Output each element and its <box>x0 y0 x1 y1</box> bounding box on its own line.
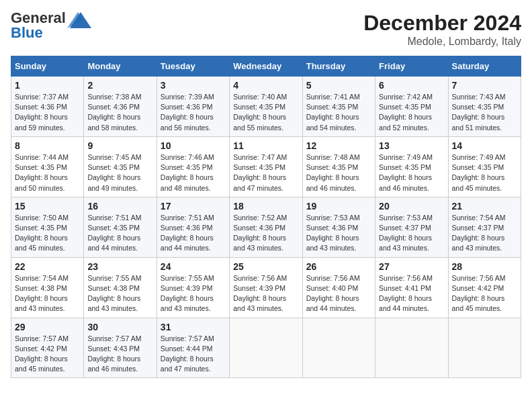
calendar-cell: 18Sunrise: 7:52 AMSunset: 4:36 PMDayligh… <box>230 197 302 257</box>
logo-icon <box>67 9 91 30</box>
calendar-week-row: 29Sunrise: 7:57 AMSunset: 4:42 PMDayligh… <box>11 318 521 378</box>
calendar-cell: 8Sunrise: 7:44 AMSunset: 4:35 PMDaylight… <box>11 136 84 197</box>
day-detail: Sunrise: 7:38 AMSunset: 4:36 PMDaylight:… <box>87 93 141 132</box>
day-number: 1 <box>15 80 80 91</box>
day-number: 16 <box>87 201 152 212</box>
day-detail: Sunrise: 7:56 AMSunset: 4:41 PMDaylight:… <box>379 274 433 313</box>
day-number: 30 <box>87 322 152 332</box>
calendar-cell: 23Sunrise: 7:55 AMSunset: 4:38 PMDayligh… <box>84 257 157 318</box>
calendar-cell: 3Sunrise: 7:39 AMSunset: 4:36 PMDaylight… <box>157 77 229 137</box>
day-number: 29 <box>15 322 80 332</box>
day-detail: Sunrise: 7:39 AMSunset: 4:36 PMDaylight:… <box>161 93 214 132</box>
calendar-week-row: 15Sunrise: 7:50 AMSunset: 4:35 PMDayligh… <box>11 197 521 257</box>
day-detail: Sunrise: 7:57 AMSunset: 4:42 PMDaylight:… <box>15 334 69 373</box>
calendar-cell: 11Sunrise: 7:47 AMSunset: 4:35 PMDayligh… <box>230 136 302 197</box>
day-detail: Sunrise: 7:44 AMSunset: 4:35 PMDaylight:… <box>15 153 69 192</box>
day-number: 11 <box>233 140 298 151</box>
calendar-cell: 21Sunrise: 7:54 AMSunset: 4:37 PMDayligh… <box>448 197 521 257</box>
calendar-cell: 13Sunrise: 7:49 AMSunset: 4:35 PMDayligh… <box>375 136 448 197</box>
day-detail: Sunrise: 7:56 AMSunset: 4:40 PMDaylight:… <box>306 274 360 313</box>
calendar-cell: 12Sunrise: 7:48 AMSunset: 4:35 PMDayligh… <box>302 136 375 197</box>
logo: General Blue <box>11 11 91 40</box>
day-detail: Sunrise: 7:57 AMSunset: 4:43 PMDaylight:… <box>87 334 141 373</box>
day-detail: Sunrise: 7:52 AMSunset: 4:36 PMDaylight:… <box>233 214 287 253</box>
calendar-cell: 9Sunrise: 7:45 AMSunset: 4:35 PMDaylight… <box>84 136 157 197</box>
calendar-cell: 19Sunrise: 7:53 AMSunset: 4:36 PMDayligh… <box>302 197 375 257</box>
calendar-week-row: 22Sunrise: 7:54 AMSunset: 4:38 PMDayligh… <box>11 257 521 318</box>
day-number: 27 <box>379 261 444 272</box>
calendar-cell: 24Sunrise: 7:55 AMSunset: 4:39 PMDayligh… <box>157 257 229 318</box>
day-detail: Sunrise: 7:48 AMSunset: 4:35 PMDaylight:… <box>306 153 360 192</box>
calendar-cell: 14Sunrise: 7:49 AMSunset: 4:35 PMDayligh… <box>448 136 521 197</box>
day-number: 17 <box>161 201 226 212</box>
day-detail: Sunrise: 7:56 AMSunset: 4:39 PMDaylight:… <box>233 274 287 313</box>
calendar-week-row: 8Sunrise: 7:44 AMSunset: 4:35 PMDaylight… <box>11 136 521 197</box>
page-title: December 2024 <box>363 11 521 36</box>
calendar-cell <box>448 318 521 378</box>
calendar-cell: 10Sunrise: 7:46 AMSunset: 4:35 PMDayligh… <box>157 136 229 197</box>
day-number: 12 <box>306 140 371 151</box>
day-detail: Sunrise: 7:50 AMSunset: 4:35 PMDaylight:… <box>15 214 69 253</box>
day-detail: Sunrise: 7:47 AMSunset: 4:35 PMDaylight:… <box>233 153 287 192</box>
day-detail: Sunrise: 7:42 AMSunset: 4:35 PMDaylight:… <box>379 93 433 132</box>
calendar-cell <box>302 318 375 378</box>
logo-blue: Blue <box>11 24 43 41</box>
calendar-cell: 17Sunrise: 7:51 AMSunset: 4:36 PMDayligh… <box>157 197 229 257</box>
day-number: 25 <box>233 261 298 272</box>
day-number: 6 <box>379 80 444 91</box>
day-detail: Sunrise: 7:54 AMSunset: 4:38 PMDaylight:… <box>15 274 69 313</box>
calendar-cell: 7Sunrise: 7:43 AMSunset: 4:35 PMDaylight… <box>448 77 521 137</box>
day-number: 23 <box>87 261 152 272</box>
calendar-cell: 25Sunrise: 7:56 AMSunset: 4:39 PMDayligh… <box>230 257 302 318</box>
calendar-cell: 2Sunrise: 7:38 AMSunset: 4:36 PMDaylight… <box>84 77 157 137</box>
day-detail: Sunrise: 7:56 AMSunset: 4:42 PMDaylight:… <box>452 274 506 313</box>
day-number: 22 <box>15 261 80 272</box>
day-number: 31 <box>161 322 226 332</box>
calendar-header-row: SundayMondayTuesdayWednesdayThursdayFrid… <box>11 56 521 77</box>
day-number: 14 <box>452 140 517 151</box>
day-detail: Sunrise: 7:37 AMSunset: 4:36 PMDaylight:… <box>15 93 69 132</box>
day-number: 4 <box>233 80 298 91</box>
day-detail: Sunrise: 7:55 AMSunset: 4:38 PMDaylight:… <box>87 274 141 313</box>
day-detail: Sunrise: 7:45 AMSunset: 4:35 PMDaylight:… <box>87 153 141 192</box>
calendar-cell: 20Sunrise: 7:53 AMSunset: 4:37 PMDayligh… <box>375 197 448 257</box>
day-number: 5 <box>306 80 371 91</box>
calendar-cell <box>230 318 302 378</box>
day-detail: Sunrise: 7:55 AMSunset: 4:39 PMDaylight:… <box>161 274 214 313</box>
day-number: 28 <box>452 261 517 272</box>
title-block: December 2024 Medole, Lombardy, Italy <box>363 11 521 48</box>
day-header-sunday: Sunday <box>11 56 84 77</box>
day-header-saturday: Saturday <box>448 56 521 77</box>
calendar-week-row: 1Sunrise: 7:37 AMSunset: 4:36 PMDaylight… <box>11 77 521 137</box>
day-number: 10 <box>161 140 226 151</box>
day-detail: Sunrise: 7:57 AMSunset: 4:44 PMDaylight:… <box>161 334 214 373</box>
day-detail: Sunrise: 7:53 AMSunset: 4:36 PMDaylight:… <box>306 214 360 253</box>
day-detail: Sunrise: 7:46 AMSunset: 4:35 PMDaylight:… <box>161 153 214 192</box>
calendar-cell: 1Sunrise: 7:37 AMSunset: 4:36 PMDaylight… <box>11 77 84 137</box>
day-number: 24 <box>161 261 226 272</box>
day-number: 13 <box>379 140 444 151</box>
calendar-cell: 4Sunrise: 7:40 AMSunset: 4:35 PMDaylight… <box>230 77 302 137</box>
calendar-cell <box>375 318 448 378</box>
calendar-cell: 30Sunrise: 7:57 AMSunset: 4:43 PMDayligh… <box>84 318 157 378</box>
calendar-table: SundayMondayTuesdayWednesdayThursdayFrid… <box>11 56 521 378</box>
page-subtitle: Medole, Lombardy, Italy <box>363 36 521 48</box>
day-header-thursday: Thursday <box>302 56 375 77</box>
calendar-cell: 28Sunrise: 7:56 AMSunset: 4:42 PMDayligh… <box>448 257 521 318</box>
day-detail: Sunrise: 7:51 AMSunset: 4:35 PMDaylight:… <box>87 214 141 253</box>
day-header-wednesday: Wednesday <box>230 56 302 77</box>
day-detail: Sunrise: 7:43 AMSunset: 4:35 PMDaylight:… <box>452 93 506 132</box>
day-detail: Sunrise: 7:49 AMSunset: 4:35 PMDaylight:… <box>452 153 506 192</box>
day-number: 19 <box>306 201 371 212</box>
day-number: 2 <box>87 80 152 91</box>
day-header-monday: Monday <box>84 56 157 77</box>
calendar-cell: 16Sunrise: 7:51 AMSunset: 4:35 PMDayligh… <box>84 197 157 257</box>
day-number: 9 <box>87 140 152 151</box>
calendar-cell: 5Sunrise: 7:41 AMSunset: 4:35 PMDaylight… <box>302 77 375 137</box>
calendar-cell: 29Sunrise: 7:57 AMSunset: 4:42 PMDayligh… <box>11 318 84 378</box>
day-number: 3 <box>161 80 226 91</box>
day-number: 7 <box>452 80 517 91</box>
day-detail: Sunrise: 7:49 AMSunset: 4:35 PMDaylight:… <box>379 153 433 192</box>
calendar-cell: 15Sunrise: 7:50 AMSunset: 4:35 PMDayligh… <box>11 197 84 257</box>
day-detail: Sunrise: 7:53 AMSunset: 4:37 PMDaylight:… <box>379 214 433 253</box>
